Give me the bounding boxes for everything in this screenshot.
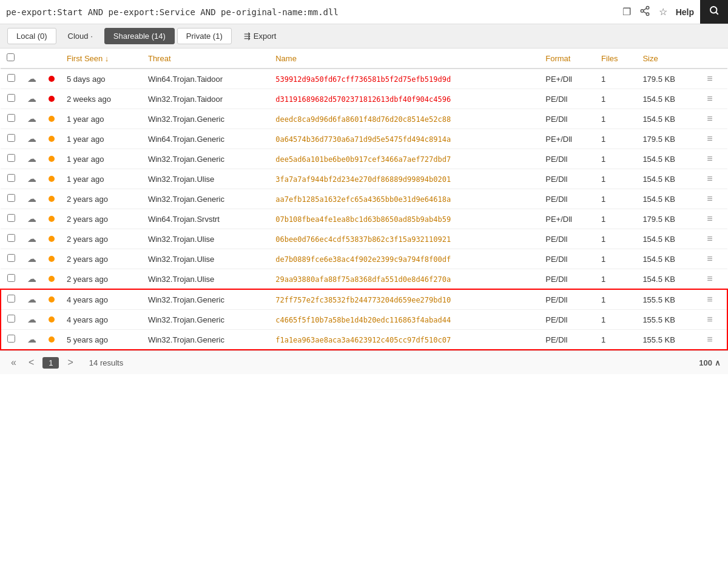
row-format: PE/Dll (539, 109, 595, 129)
row-menu-icon[interactable]: ≡ (707, 253, 712, 264)
row-threat: Win64.Trojan.Generic (142, 129, 269, 149)
col-first-seen[interactable]: First Seen ↓ (61, 49, 142, 69)
row-menu-icon[interactable]: ≡ (707, 93, 712, 104)
row-threat: Win32.Trojan.Ulise (142, 229, 269, 249)
row-checkbox[interactable] (7, 295, 15, 303)
row-files: 1 (595, 149, 636, 169)
row-cloud-cell: ☁ (21, 129, 42, 149)
row-checkbox[interactable] (7, 154, 15, 162)
row-cloud-cell: ☁ (21, 310, 42, 330)
row-hash-link[interactable]: de7b0889fce6e38ac4f902e2399c9a794f8f00df (275, 255, 451, 264)
copy-icon[interactable]: ❐ (622, 6, 631, 18)
row-format: PE/Dll (539, 310, 595, 330)
table-header: First Seen ↓ Threat Name Format Files Si… (1, 49, 727, 69)
row-checkbox-cell (1, 89, 21, 109)
tab-cloud[interactable]: Cloud · (59, 28, 102, 44)
row-files: 1 (595, 209, 636, 229)
row-checkbox[interactable] (7, 335, 15, 343)
col-name[interactable]: Name (269, 49, 539, 69)
cloud-icon: ☁ (27, 253, 36, 264)
col-files[interactable]: Files (595, 49, 636, 69)
row-menu-icon[interactable]: ≡ (707, 334, 712, 344)
col-threat[interactable]: Threat (142, 49, 269, 69)
row-menu-icon[interactable]: ≡ (707, 133, 712, 144)
tab-shareable[interactable]: Shareable (14) (104, 28, 175, 44)
next-page-button[interactable]: > (64, 356, 76, 369)
row-name: dee5ad6a101be6be0b917cef3466a7aef727dbd7 (269, 149, 539, 169)
first-page-button[interactable]: « (7, 356, 20, 369)
col-format[interactable]: Format (539, 49, 595, 69)
export-button[interactable]: ⇶ Export (244, 32, 277, 41)
row-hash-link[interactable]: 539912d9a50fd67cff736581b5f2d75efb519d9d (275, 75, 451, 84)
row-checkbox[interactable] (7, 174, 15, 182)
row-checkbox[interactable] (7, 134, 15, 142)
prev-page-button[interactable]: < (25, 356, 38, 369)
table-row: ☁ 1 year ago Win32.Trojan.Generic dee5ad… (1, 149, 727, 169)
row-dot-cell (42, 89, 61, 109)
star-icon[interactable]: ☆ (659, 6, 667, 18)
svg-line-4 (643, 8, 646, 10)
row-hash-link[interactable]: dee5ad6a101be6be0b917cef3466a7aef727dbd7 (275, 155, 451, 164)
col-size[interactable]: Size (636, 49, 701, 69)
row-checkbox[interactable] (7, 254, 15, 262)
row-dot-cell (42, 169, 61, 189)
row-menu-icon[interactable]: ≡ (707, 233, 712, 244)
row-checkbox[interactable] (7, 114, 15, 122)
tab-local[interactable]: Local (0) (7, 28, 56, 44)
row-menu-cell: ≡ (701, 209, 727, 229)
row-hash-link[interactable]: 06bee0d766ec4cdf53837b862c3f15a932110921 (275, 235, 451, 244)
help-button[interactable]: Help (676, 7, 694, 17)
row-menu-icon[interactable]: ≡ (707, 113, 712, 124)
row-checkbox[interactable] (7, 94, 15, 102)
row-menu-icon[interactable]: ≡ (707, 193, 712, 204)
row-menu-cell: ≡ (701, 330, 727, 350)
table-row: ☁ 4 years ago Win32.Trojan.Generic c4665… (1, 310, 727, 330)
row-hash-link[interactable]: deedc8ca9d96d6fa8601f48d76d20c8514e52c88 (275, 115, 451, 124)
search-toolbar: ❐ ☆ Help (622, 5, 694, 19)
row-format: PE/Dll (539, 149, 595, 169)
row-size: 154.5 KB (636, 149, 701, 169)
row-menu-icon[interactable]: ≡ (707, 73, 712, 84)
tab-private[interactable]: Private (1) (177, 28, 232, 44)
row-checkbox[interactable] (7, 274, 15, 282)
row-size: 155.5 KB (636, 330, 701, 350)
threat-dot (49, 156, 55, 162)
row-menu-icon[interactable]: ≡ (707, 314, 712, 324)
row-checkbox-cell (1, 209, 21, 229)
export-label: Export (254, 32, 277, 41)
row-name: 06bee0d766ec4cdf53837b862c3f15a932110921 (269, 229, 539, 249)
row-cloud-cell: ☁ (21, 209, 42, 229)
row-checkbox[interactable] (7, 214, 15, 222)
row-hash-link[interactable]: c4665f5f10b7a58be1d4b20edc116863f4abad44 (275, 316, 451, 324)
share-icon[interactable] (639, 5, 650, 19)
row-hash-link[interactable]: 0a64574b36d7730a6a71d9d5e5475fd494c8914a (275, 135, 451, 144)
row-format: PE+/Dll (539, 129, 595, 149)
row-cloud-cell: ☁ (21, 289, 42, 310)
row-hash-link[interactable]: d31191689682d5702371812613dbf40f904c4596 (275, 95, 451, 104)
current-page[interactable]: 1 (42, 357, 59, 369)
cloud-icon: ☁ (27, 173, 36, 184)
per-page-selector[interactable]: 100 ∧ (699, 358, 721, 367)
row-checkbox[interactable] (7, 315, 15, 323)
row-menu-icon[interactable]: ≡ (707, 213, 712, 224)
row-checkbox[interactable] (7, 194, 15, 202)
table-row: ☁ 2 years ago Win32.Trojan.Generic aa7ef… (1, 189, 727, 209)
row-hash-link[interactable]: f1a1ea963ae8aca3a4623912c405cc97df510c07 (275, 336, 451, 344)
cloud-icon: ☁ (27, 113, 36, 124)
search-input[interactable] (6, 7, 616, 17)
row-hash-link[interactable]: 29aa93880afa88f75a8368dfa551d0e8d46f270a (275, 275, 451, 284)
select-all-checkbox[interactable] (7, 53, 15, 61)
row-hash-link[interactable]: 07b108fbea4fe1ea8bc1d63b8650ad85b9ab4b59 (275, 215, 451, 224)
row-hash-link[interactable]: 3fa7a7af944bf2d234e270df86889d99894b0201 (275, 175, 451, 184)
row-checkbox[interactable] (7, 234, 15, 242)
row-menu-icon[interactable]: ≡ (707, 294, 712, 304)
row-hash-link[interactable]: aa7efb1285a1632efc65a4365bb0e31d9e64618a (275, 195, 451, 204)
row-menu-icon[interactable]: ≡ (707, 173, 712, 184)
row-checkbox[interactable] (7, 74, 15, 82)
row-format: PE/Dll (539, 229, 595, 249)
row-hash-link[interactable]: 72ff757e2fc38532fb244773204d659ee279bd10 (275, 296, 451, 304)
row-menu-icon[interactable]: ≡ (707, 273, 712, 284)
search-button[interactable] (700, 0, 728, 24)
row-checkbox-cell (1, 269, 21, 290)
row-menu-icon[interactable]: ≡ (707, 153, 712, 164)
